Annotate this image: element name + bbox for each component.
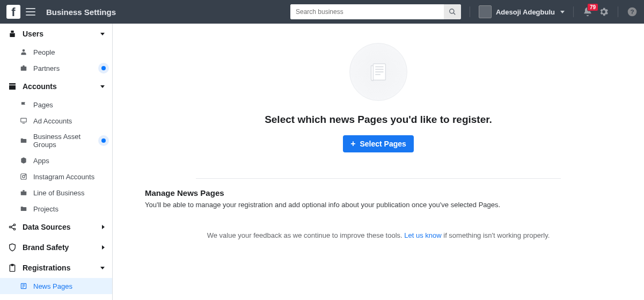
search-input[interactable] [290,4,444,19]
sidebar-item-line-of-business[interactable]: Line of Business [0,185,112,201]
section-label: Data Sources [23,223,70,231]
svg-line-1 [453,13,455,14]
divider [196,178,561,179]
folder2-icon [19,204,28,213]
sidebar: Users People Partners Accounts Pages Ad … [0,24,113,300]
folder-icon [19,136,28,145]
sidebar-item-partners[interactable]: Partners [0,60,112,76]
svg-rect-9 [9,85,16,90]
account-avatar [479,5,492,18]
section-label: Users [23,30,43,38]
item-label: News Pages [33,282,72,290]
chevron-down-icon [100,33,105,35]
help-button[interactable]: ? [627,6,638,17]
chevron-down-icon [560,11,565,13]
svg-point-0 [450,9,454,13]
svg-rect-8 [9,83,16,85]
svg-rect-4 [11,31,13,33]
svg-rect-7 [21,67,27,71]
svg-rect-16 [23,190,25,191]
sidebar-item-instagram-accounts[interactable]: Instagram Accounts [0,169,112,185]
item-label: Projects [33,205,58,213]
sidebar-item-business-asset-groups[interactable]: Business Asset Groups [0,129,112,152]
news-icon [19,282,28,290]
sidebar-item-ad-accounts[interactable]: Ad Accounts [0,113,112,129]
search-button[interactable] [444,4,461,19]
sidebar-item-apps[interactable]: Apps [0,152,112,169]
sidebar-section-brand-safety[interactable]: Brand Safety [0,237,112,258]
svg-rect-15 [21,192,27,195]
section-label: Registrations [23,264,70,272]
sidebar-section-integrations[interactable]: Integrations [0,294,112,300]
header-divider [470,6,470,17]
header-title: Business Settings [46,8,116,17]
account-switcher[interactable]: Adesoji Adegbulu [479,5,565,18]
instagram-icon [19,172,28,181]
sidebar-section-accounts[interactable]: Accounts [0,76,112,97]
sidebar-section-data-sources[interactable]: Data Sources [0,217,112,237]
users-icon [8,29,17,39]
hero-illustration [349,43,407,101]
sidebar-section-registrations[interactable]: Registrations [0,258,112,278]
item-label: Instagram Accounts [33,173,94,181]
plus-icon: + [350,140,355,148]
feedback-link[interactable]: Let us know [404,231,441,239]
svg-rect-23 [11,264,13,266]
svg-point-13 [23,175,25,178]
briefcase2-icon [19,188,28,197]
manage-description: You'll be able to manage your registrati… [145,201,510,209]
svg-rect-10 [21,118,27,122]
main-content: Select which news Pages you'd like to re… [113,24,644,300]
search-icon [449,8,456,16]
briefcase-icon [19,64,28,72]
svg-point-14 [25,174,26,175]
chevron-right-icon [102,245,105,250]
feedback-prefix: We value your feedback as we continue to… [207,231,405,239]
sidebar-item-people[interactable]: People [0,44,112,60]
chevron-down-icon [100,267,105,269]
item-label: Apps [33,157,49,165]
notification-dot [101,138,106,143]
svg-text:?: ? [630,8,634,15]
notifications-button[interactable]: 79 [582,6,593,17]
menu-icon[interactable] [26,5,39,18]
accounts-icon [8,82,17,91]
button-label: Select Pages [360,140,406,148]
sidebar-item-pages[interactable]: Pages [0,97,112,113]
item-label: People [33,48,55,56]
share-icon [8,222,17,232]
item-label: Ad Accounts [33,117,72,125]
item-label: Partners [33,64,60,72]
sidebar-item-projects[interactable]: Projects [0,201,112,217]
hero-title: Select which news Pages you'd like to re… [265,114,492,126]
app-header: f Business Settings Adesoji Adegbulu 79 … [0,0,644,24]
cube-icon [19,156,28,165]
header-divider [618,6,618,17]
help-icon: ? [627,6,638,17]
item-label: Line of Business [33,189,84,197]
facebook-logo[interactable]: f [6,5,20,19]
sidebar-item-news-pages[interactable]: News Pages [0,278,112,294]
feedback-text: We value your feedback as we continue to… [207,231,550,239]
notification-dot [101,66,106,70]
chevron-right-icon [102,225,105,229]
notification-badge: 79 [587,3,598,11]
clipboard-icon [8,263,17,273]
flag-icon [19,100,28,109]
feedback-suffix: if something isn't working properly. [442,231,550,239]
settings-button[interactable] [598,6,609,17]
monitor-icon [19,116,28,125]
item-label: Business Asset Groups [33,133,105,149]
header-divider [573,6,574,17]
gear-icon [598,6,609,17]
newspaper-icon [366,60,391,84]
account-name: Adesoji Adegbulu [496,8,555,16]
select-pages-button[interactable]: + Select Pages [343,135,414,152]
section-label: Brand Safety [23,243,69,252]
item-label: Pages [33,101,53,109]
shield-icon [8,243,17,252]
search-container [290,4,461,19]
layout: Users People Partners Accounts Pages Ad … [0,24,644,300]
sidebar-section-users[interactable]: Users [0,24,112,44]
svg-rect-5 [10,33,14,37]
